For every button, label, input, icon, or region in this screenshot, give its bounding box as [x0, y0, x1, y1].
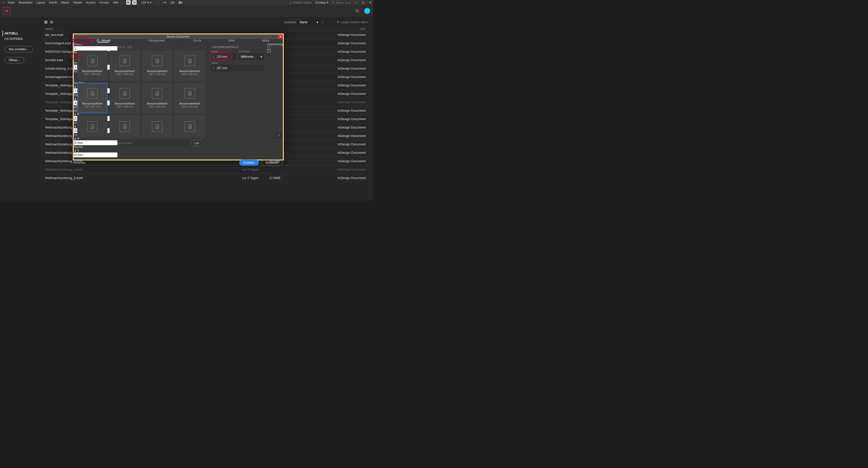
tab-druck[interactable]: Druck [180, 39, 214, 42]
list-view-icon[interactable] [50, 20, 54, 24]
window-close-icon[interactable]: ✕ [367, 1, 373, 4]
app-menubar: Id Datei Bearbeiten Layout Schrift Objek… [0, 0, 373, 5]
menu-fenster[interactable]: Fenster [97, 0, 111, 5]
col-type[interactable]: ART [294, 28, 366, 30]
svg-rect-2 [44, 21, 46, 22]
menu-tabelle[interactable]: Tabelle [71, 0, 84, 5]
zoom-level[interactable]: 100 % ▾ [139, 0, 153, 5]
svg-rect-6 [50, 21, 53, 22]
svg-point-20 [157, 126, 158, 127]
nav-cc-dateien[interactable]: CC-DATEIEN [4, 36, 41, 41]
preset-tile[interactable]: Benutzerdefiniert154 x 216 mm [175, 83, 205, 113]
adobe-stock-search[interactable]: Adobe Stock [330, 0, 353, 4]
preset-tile[interactable] [110, 115, 140, 138]
svg-point-15 [124, 93, 126, 95]
view-options-icon[interactable]: ▭▾ [160, 0, 168, 5]
svg-point-1 [356, 9, 358, 12]
einheiten-label: Einheiten [239, 50, 264, 53]
screen-mode-icon[interactable]: ◫▾ [168, 0, 177, 5]
preset-tile[interactable] [175, 115, 205, 138]
stock-icon[interactable]: St [132, 0, 136, 5]
breite-label: Breite [212, 50, 236, 53]
svg-point-0 [332, 1, 334, 3]
sort-dropdown[interactable]: Name ▾ [300, 21, 318, 24]
svg-point-14 [92, 93, 94, 95]
rechts-label: Rechts [74, 145, 283, 149]
svg-point-18 [92, 126, 94, 127]
nav-aktuell[interactable]: AKTUELL [2, 31, 41, 36]
svg-point-19 [124, 126, 126, 127]
grid-view-icon[interactable] [44, 20, 48, 24]
details-header: VORGABENDETAILS [212, 46, 264, 49]
window-maximize-icon[interactable]: ◱ [360, 1, 366, 4]
window-minimize-icon[interactable]: — [353, 1, 359, 4]
col-name[interactable]: NAME ↑ [44, 28, 242, 30]
svg-rect-5 [46, 22, 47, 24]
link-margins-icon[interactable] [276, 133, 281, 138]
svg-rect-4 [44, 22, 46, 24]
sort-direction-icon[interactable]: ↑ [322, 21, 323, 24]
filter-input[interactable]: Letzte Dateien filtern [337, 21, 368, 24]
menu-hilfe[interactable]: Hilfe [111, 0, 121, 5]
preset-tile[interactable] [142, 115, 172, 138]
svg-rect-3 [46, 21, 47, 22]
hoehe-input[interactable]: ▲▼ [212, 65, 264, 71]
menu-datei[interactable]: Datei [6, 0, 17, 5]
menu-ansicht[interactable]: Ansicht [84, 0, 97, 5]
dialog-title: Neues Dokument [167, 35, 190, 38]
dialog-titlebar: Neues Dokument ✕ [74, 34, 283, 39]
indesign-logo-icon: Id [3, 7, 10, 14]
new-document-dialog: Neues Dokument ✕ Aktuell Gespeichert Dru… [73, 33, 284, 160]
app-bar: Id [0, 5, 373, 17]
workspace-switcher[interactable]: Einstieg▾ [313, 1, 330, 4]
hoehe-label: Höhe [212, 61, 264, 64]
menu-layout[interactable]: Layout [34, 0, 47, 5]
app-badge: Id [1, 0, 6, 5]
search-icon[interactable] [355, 9, 359, 13]
vorschau-checkbox[interactable]: Vorschau [74, 161, 86, 164]
open-button[interactable]: Öffnen... [4, 57, 24, 63]
user-avatar[interactable] [364, 8, 370, 14]
svg-point-21 [189, 126, 191, 127]
publish-online-button[interactable]: Publish Online [287, 0, 313, 5]
file-row[interactable]: Weihnachtszeitung_8.inddvor 3 Tagen17,8M… [44, 174, 368, 182]
rechts-input[interactable]: ▲▼ [74, 149, 283, 157]
tab-gespeichert[interactable]: Gespeichert [133, 39, 180, 42]
tab-aktuell[interactable]: Aktuell [74, 39, 133, 42]
menu-schrift[interactable]: Schrift [47, 0, 59, 5]
svg-point-17 [189, 93, 191, 95]
new-button[interactable]: Neu erstellen... [4, 46, 33, 53]
bridge-icon[interactable]: Br [126, 0, 131, 5]
tab-mobil[interactable]: Mobil [249, 39, 283, 42]
preset-tile[interactable]: Benutzerdefiniert280 x 400 mm [110, 83, 140, 113]
preset-tile[interactable] [77, 115, 107, 138]
svg-point-16 [157, 93, 158, 95]
svg-rect-8 [50, 23, 53, 23]
links-input[interactable]: ▲▼ [74, 137, 283, 145]
svg-rect-7 [50, 22, 53, 22]
file-row[interactable]: Weihnachtszeitung_8.inddvor 3 TagenInDes… [44, 165, 368, 174]
preset-tile[interactable]: Benutzerdefiniert210 x 297 mm [77, 83, 107, 113]
arrange-icon[interactable]: ▦▾ [177, 0, 185, 5]
dialog-close-icon[interactable]: ✕ [278, 34, 283, 39]
erstellen-button[interactable]: Erstellen [239, 160, 259, 166]
preset-tile[interactable]: Benutzerdefiniert216 x 303 mm [142, 83, 172, 113]
menu-objekt[interactable]: Objekt [59, 0, 71, 5]
menu-bearbeiten[interactable]: Bearbeiten [17, 0, 34, 5]
schliessen-button[interactable]: Schließen [261, 159, 283, 166]
tab-web[interactable]: Web [214, 39, 248, 42]
sort-label: Sortieren [284, 21, 297, 24]
